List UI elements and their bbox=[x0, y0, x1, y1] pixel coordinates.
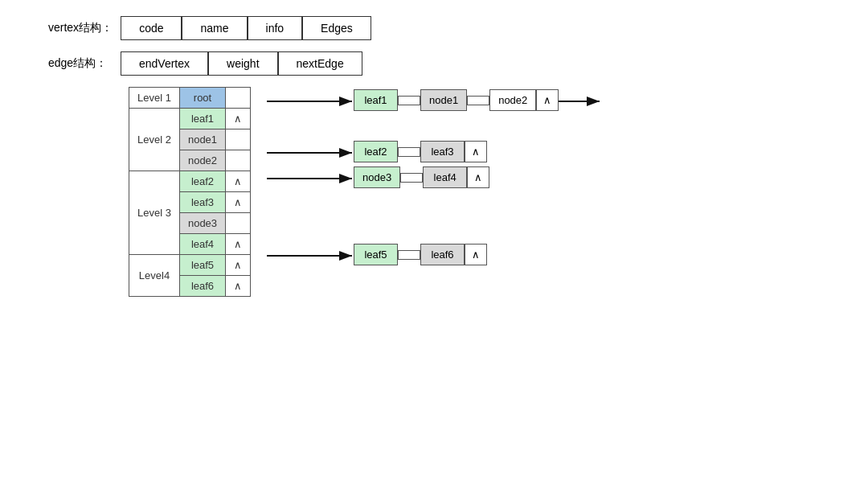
edge-list-row0: leaf1 node1 node2 ∧ bbox=[354, 89, 559, 111]
el6-leaf6: leaf6 bbox=[420, 244, 465, 265]
node-leaf3: leaf3 bbox=[179, 192, 225, 213]
tree-row-8: Level4 leaf5 ∧ bbox=[129, 255, 251, 276]
node-leaf6-null: ∧ bbox=[226, 276, 251, 297]
el2-leaf3-next: ∧ bbox=[465, 141, 487, 162]
edge-cell-endvertex: endVertex bbox=[121, 51, 208, 76]
node-leaf4: leaf4 bbox=[179, 234, 225, 255]
edge-struct-table: endVertex weight nextEdge bbox=[121, 51, 362, 76]
vertex-struct-table: code name info Edges bbox=[121, 16, 371, 40]
level-2-label: Level 2 bbox=[129, 109, 180, 171]
diagram: Level 1 root Level 2 leaf1 ∧ node1 bbox=[48, 87, 820, 409]
edge-struct-label: edge结构： bbox=[48, 56, 113, 71]
node-leaf6: leaf6 bbox=[179, 276, 225, 297]
vertex-struct-label: vertex结构： bbox=[48, 21, 113, 35]
node-leaf4-null: ∧ bbox=[226, 234, 251, 255]
edge-list-row3: node3 leaf4 ∧ bbox=[354, 166, 489, 188]
tree-row-0: Level 1 root bbox=[129, 88, 251, 109]
el2-leaf2: leaf2 bbox=[354, 141, 398, 162]
level-3-label: Level 3 bbox=[129, 171, 180, 255]
el6-leaf6-next: ∧ bbox=[465, 244, 487, 265]
el0-leaf1: leaf1 bbox=[354, 89, 398, 111]
el3-node3-next bbox=[400, 173, 423, 183]
node-node3: node3 bbox=[179, 213, 225, 234]
el0-node2: node2 bbox=[489, 89, 536, 111]
el3-leaf4-next: ∧ bbox=[467, 166, 489, 188]
edge-list-row6: leaf5 leaf6 ∧ bbox=[354, 244, 487, 265]
edge-struct-section: edge结构： endVertex weight nextEdge bbox=[48, 51, 820, 76]
el6-leaf5-next bbox=[398, 250, 420, 260]
level-1-label: Level 1 bbox=[129, 88, 180, 109]
page-content: vertex结构： code name info Edges edge结构： e… bbox=[0, 0, 868, 425]
node-root: root bbox=[179, 88, 225, 109]
el0-node1: node1 bbox=[420, 89, 467, 111]
tree-row-1: Level 2 leaf1 ∧ bbox=[129, 109, 251, 129]
el0-node2-next: ∧ bbox=[536, 89, 559, 111]
level-4-label: Level4 bbox=[129, 255, 180, 297]
node-leaf5-null: ∧ bbox=[226, 255, 251, 276]
edge-cell-nextedge: nextEdge bbox=[278, 51, 362, 76]
node-node2: node2 bbox=[179, 150, 225, 171]
edge-cell-weight: weight bbox=[208, 51, 277, 76]
vertex-cell-code: code bbox=[121, 16, 182, 40]
el3-leaf4: leaf4 bbox=[423, 166, 467, 188]
node-node3-edge bbox=[226, 213, 251, 234]
edge-list-row2: leaf2 leaf3 ∧ bbox=[354, 141, 487, 162]
vertex-struct-section: vertex结构： code name info Edges bbox=[48, 16, 820, 40]
node-leaf2-null: ∧ bbox=[226, 171, 251, 192]
node-leaf5: leaf5 bbox=[179, 255, 225, 276]
el0-node1-next bbox=[467, 96, 489, 105]
vertex-cell-info: info bbox=[248, 16, 303, 40]
node-node1-edge bbox=[226, 129, 251, 150]
el0-leaf1-next bbox=[398, 96, 420, 105]
el2-leaf2-next bbox=[398, 147, 420, 157]
el3-node3: node3 bbox=[354, 166, 400, 188]
vertex-cell-edges: Edges bbox=[302, 16, 371, 40]
node-node1: node1 bbox=[179, 129, 225, 150]
node-leaf2: leaf2 bbox=[179, 171, 225, 192]
el6-leaf5: leaf5 bbox=[354, 244, 398, 265]
tree-table: Level 1 root Level 2 leaf1 ∧ node1 bbox=[129, 87, 251, 297]
node-node2-edge bbox=[226, 150, 251, 171]
node-leaf1: leaf1 bbox=[179, 109, 225, 129]
node-leaf3-null: ∧ bbox=[226, 192, 251, 213]
vertex-cell-name: name bbox=[182, 16, 247, 40]
node-leaf1-null: ∧ bbox=[226, 109, 251, 129]
tree-row-4: Level 3 leaf2 ∧ bbox=[129, 171, 251, 192]
node-root-edge bbox=[226, 88, 251, 109]
el2-leaf3: leaf3 bbox=[420, 141, 465, 162]
